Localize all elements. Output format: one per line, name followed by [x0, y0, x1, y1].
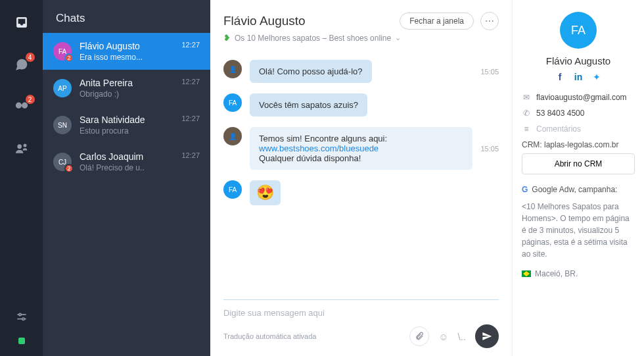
emoji-button[interactable]: ☺ [438, 331, 448, 342]
chat-avatar: SN [53, 116, 72, 134]
google-icon: G [522, 185, 528, 194]
contact-comments-row[interactable]: ≡ Comentários [522, 124, 635, 134]
chat-time: 12:27 [181, 41, 200, 49]
chat-preview: Olá! Preciso de u.. [80, 163, 171, 172]
chat-name: Sara Natividade [80, 114, 171, 125]
contact-email[interactable]: flavioaugusto@gmail.com [536, 93, 627, 102]
message-row: 👤 Temos sim! Encontre alguns aqui: www.b… [223, 127, 499, 170]
rail-chat[interactable]: 4 [14, 57, 30, 72]
message-link[interactable]: www.bestshoes.com/bluesuede [259, 143, 379, 153]
svg-point-5 [18, 313, 20, 315]
send-button[interactable] [475, 324, 499, 348]
chat-name: Flávio Augusto [80, 41, 171, 51]
contact-details-panel: FA Flávio Augusto f in ✦ ✉ flavioaugusto… [513, 0, 644, 356]
rail-inbox[interactable] [14, 14, 30, 30]
rail-visitors-badge: 2 [26, 95, 35, 104]
chat-preview: Estou procura [80, 126, 171, 136]
chevron-down-icon: ⌄ [395, 34, 401, 42]
translation-status: Tradução automática ativada [223, 332, 316, 340]
chat-time: 12:27 [181, 151, 200, 159]
facebook-icon[interactable]: f [555, 72, 565, 82]
attach-button[interactable] [409, 326, 429, 346]
message-row: FA Vocês têm sapatos azuis? [223, 93, 499, 116]
message-bubble: Vocês têm sapatos azuis? [250, 93, 367, 116]
chat-time: 12:27 [181, 114, 200, 122]
conversation-source[interactable]: ❥ Os 10 Melhores sapatos – Best shoes on… [223, 33, 499, 43]
leaf-icon: ❥ [223, 33, 231, 43]
agent-avatar: 👤 [223, 60, 242, 78]
message-time: 15:05 [480, 68, 499, 76]
chat-unread-badge: 2 [64, 53, 74, 63]
contact-email-row: ✉ flavioaugusto@gmail.com [522, 93, 635, 102]
chat-avatar: CJ2 [53, 153, 72, 171]
svg-point-1 [22, 103, 26, 108]
brazil-flag-icon [522, 270, 531, 277]
visitor-avatar: FA [223, 93, 242, 112]
rail-visitors[interactable]: 2 [14, 99, 30, 114]
agent-avatar: 👤 [223, 127, 242, 145]
messages-area: 👤 Olá! Como posso ajudá-lo? 15:05 FA Voc… [210, 48, 512, 299]
chat-time: 12:27 [181, 78, 200, 86]
phone-icon: ✆ [522, 109, 531, 118]
rail-settings[interactable] [14, 310, 30, 326]
chat-item[interactable]: CJ2 Carlos Joaquim Olá! Preciso de u.. 1… [43, 143, 210, 180]
adwords-row: G Google Adw, campanha: [522, 185, 635, 194]
linkedin-icon[interactable]: in [573, 72, 584, 82]
conversation-panel: Flávio Augusto Fechar a janela ⋯ ❥ Os 10… [210, 0, 513, 356]
message-row: 👤 Olá! Como posso ajudá-lo? 15:05 [223, 60, 499, 83]
chat-avatar: AP [53, 79, 72, 97]
svg-point-7 [22, 318, 24, 320]
message-bubble: 😍 [250, 180, 281, 205]
twitter-icon[interactable]: ✦ [591, 72, 602, 82]
close-window-button[interactable]: Fechar a janela [400, 13, 474, 30]
more-button[interactable]: ⋯ [480, 12, 499, 30]
shortcuts-button[interactable]: \.. [457, 331, 466, 342]
open-crm-button[interactable]: Abrir no CRM [522, 153, 635, 174]
chat-preview: Era isso mesmo... [80, 53, 171, 62]
message-row: FA 😍 [223, 180, 499, 205]
nav-rail: 4 2 [0, 0, 43, 356]
contact-name: Flávio Augusto [522, 55, 635, 66]
message-bubble: Temos sim! Encontre alguns aqui: www.bes… [250, 127, 472, 170]
contact-avatar: FA [560, 12, 597, 49]
svg-point-0 [16, 103, 20, 108]
location-row: Maceió, BR. [522, 269, 635, 278]
email-icon: ✉ [522, 93, 531, 102]
message-time: 15:05 [480, 145, 499, 153]
chat-preview: Obrigado :) [80, 89, 171, 99]
chat-avatar: FA2 [53, 42, 72, 61]
chat-list: Chats FA2 Flávio Augusto Era isso mesmo.… [43, 0, 210, 356]
rail-chat-badge: 4 [26, 53, 35, 62]
message-bubble: Olá! Como posso ajudá-lo? [250, 60, 372, 83]
crm-label: CRM: laplas-legolas.com.br [522, 140, 635, 149]
conversation-title: Flávio Augusto [223, 14, 306, 28]
comments-icon: ≡ [522, 124, 531, 134]
contact-phone[interactable]: 53 8403 4500 [536, 109, 584, 118]
chat-item[interactable]: FA2 Flávio Augusto Era isso mesmo... 12:… [43, 33, 210, 70]
chat-item[interactable]: SN Sara Natividade Estou procura 12:27 [43, 107, 210, 143]
chat-list-title: Chats [43, 0, 210, 33]
chat-item[interactable]: AP Anita Pereira Obrigado :) 12:27 [43, 70, 210, 107]
visitor-avatar: FA [223, 180, 242, 199]
visit-description: <10 Melhores Sapatos para Homens>. O tem… [522, 201, 635, 260]
status-indicator[interactable] [18, 338, 25, 344]
svg-point-2 [18, 145, 21, 148]
chat-name: Carlos Joaquim [80, 151, 171, 162]
svg-point-3 [24, 144, 26, 146]
chat-unread-badge: 2 [64, 164, 74, 173]
chat-name: Anita Pereira [80, 78, 171, 88]
contact-phone-row: ✆ 53 8403 4500 [522, 109, 635, 118]
rail-agents[interactable] [14, 141, 30, 157]
message-input[interactable] [223, 305, 499, 324]
